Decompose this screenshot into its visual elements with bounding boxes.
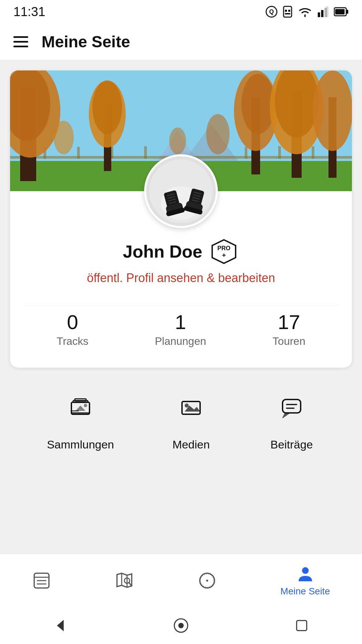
collections-icon	[69, 396, 92, 420]
stat-touren-label: Touren	[273, 335, 305, 347]
stat-planungen-label: Planungen	[155, 335, 206, 347]
profile-card: John Doe PRO + öffentl. Profil ansehen &…	[10, 70, 352, 368]
profile-info: John Doe PRO + öffentl. Profil ansehen &…	[10, 228, 352, 368]
action-sammlungen[interactable]: Sammlungen	[47, 384, 114, 451]
svg-rect-4	[288, 10, 290, 12]
profile-name: John Doe	[123, 241, 202, 262]
person-icon	[296, 565, 315, 583]
avatar-wrapper	[10, 154, 352, 228]
svg-point-88	[178, 623, 184, 628]
svg-point-40	[169, 127, 186, 154]
svg-rect-70	[283, 399, 301, 413]
stat-touren-value: 17	[273, 312, 305, 332]
hamburger-menu-icon[interactable]	[13, 36, 28, 47]
svg-rect-89	[297, 621, 307, 631]
profile-link-button[interactable]: öffentl. Profil ansehen & bearbeiten	[23, 271, 339, 285]
svg-rect-5	[285, 13, 290, 14]
status-bar: 11:31 Q	[0, 0, 362, 23]
status-time: 11:31	[13, 5, 45, 19]
svg-point-69	[185, 404, 189, 408]
stats-row: 0 Tracks 1 Planungen 17 Touren	[23, 305, 339, 347]
svg-point-33	[241, 74, 275, 134]
home-circle-icon	[173, 617, 189, 634]
comments-icon	[280, 396, 303, 420]
compass-icon	[198, 571, 217, 590]
svg-marker-63	[75, 406, 85, 411]
svg-rect-7	[321, 10, 323, 17]
svg-rect-6	[318, 12, 320, 17]
medien-icon-circle	[168, 384, 215, 431]
svg-point-39	[54, 121, 74, 154]
svg-point-64	[84, 404, 87, 407]
svg-line-81	[129, 583, 131, 585]
stat-tracks-value: 0	[57, 312, 88, 332]
stat-touren[interactable]: 17 Touren	[273, 312, 305, 347]
feed-icon	[32, 571, 51, 590]
back-button[interactable]	[47, 612, 74, 639]
page-title: Meine Seite	[42, 33, 130, 51]
nav-meine-seite-label: Meine Seite	[281, 586, 330, 597]
avatar-image	[149, 159, 213, 223]
pro-plus-icon: PRO +	[209, 238, 239, 265]
svg-point-85	[302, 567, 309, 574]
main-content: John Doe PRO + öffentl. Profil ansehen &…	[0, 60, 362, 553]
avatar	[144, 154, 218, 228]
svg-rect-11	[335, 9, 345, 14]
svg-point-41	[206, 114, 230, 154]
app-bar: Meine Seite	[0, 23, 362, 60]
svg-text:PRO: PRO	[218, 245, 231, 252]
svg-text:+: +	[222, 252, 226, 259]
stat-planungen-value: 1	[155, 312, 206, 332]
q-icon: Q	[265, 6, 278, 18]
nav-compass[interactable]	[191, 568, 223, 593]
recents-icon	[293, 617, 310, 634]
stat-tracks-label: Tracks	[57, 335, 88, 347]
svg-text:Q: Q	[269, 8, 274, 15]
svg-point-83	[206, 580, 208, 582]
svg-point-30	[93, 80, 122, 134]
status-icons: Q	[265, 6, 349, 18]
nav-feed[interactable]	[25, 568, 58, 593]
battery-icon	[334, 6, 349, 18]
svg-rect-9	[326, 6, 328, 17]
sim-icon	[282, 6, 293, 18]
profile-name-row: John Doe PRO +	[23, 238, 339, 265]
back-icon	[52, 617, 69, 634]
nav-meine-seite[interactable]: Meine Seite	[274, 561, 337, 600]
wifi-icon	[298, 6, 312, 18]
svg-rect-2	[284, 6, 292, 17]
action-medien[interactable]: Medien	[168, 384, 215, 451]
pro-badge: PRO +	[209, 238, 239, 265]
stat-tracks[interactable]: 0 Tracks	[57, 312, 88, 347]
nav-search[interactable]	[108, 568, 140, 593]
beitraege-label: Beiträge	[270, 438, 313, 451]
beitraege-icon-circle	[268, 384, 315, 431]
svg-marker-86	[57, 620, 64, 631]
svg-rect-12	[347, 10, 348, 14]
home-button[interactable]	[168, 612, 194, 639]
signal-icon	[317, 6, 329, 18]
sammlungen-icon-circle	[57, 384, 104, 431]
svg-point-38	[312, 70, 352, 151]
medien-label: Medien	[172, 438, 210, 451]
bottom-nav: Meine Seite	[0, 553, 362, 607]
system-nav	[0, 607, 362, 644]
recents-button[interactable]	[288, 612, 315, 639]
media-icon	[179, 396, 203, 420]
svg-rect-62	[75, 399, 86, 401]
sammlungen-label: Sammlungen	[47, 438, 114, 451]
actions-row: Sammlungen Medien	[10, 384, 352, 451]
svg-marker-71	[283, 413, 290, 418]
search-map-icon	[115, 571, 134, 590]
stat-planungen[interactable]: 1 Planungen	[155, 312, 206, 347]
action-beitraege[interactable]: Beiträge	[268, 384, 315, 451]
svg-rect-3	[285, 10, 287, 12]
